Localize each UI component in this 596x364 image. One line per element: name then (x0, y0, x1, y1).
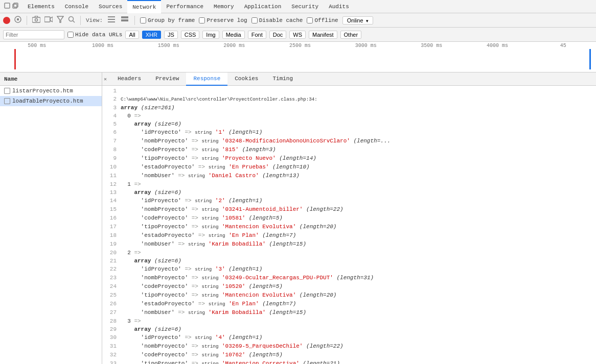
line-number: 24 (102, 282, 121, 290)
tab-sources[interactable]: Sources (94, 0, 127, 13)
line-number: 16 (102, 214, 121, 222)
line-number: 23 (102, 274, 121, 282)
filter-bar: Hide data URLs All XHR JS CSS Img Media … (0, 28, 596, 42)
filter-all[interactable]: All (125, 31, 139, 39)
view-list-icon[interactable] (107, 16, 116, 25)
svg-rect-12 (108, 16, 115, 17)
separator-3 (134, 16, 135, 25)
filter-icon[interactable] (57, 16, 64, 25)
tab-headers[interactable]: Headers (110, 72, 148, 86)
file-list: Name listarProyecto.htm loadTableProyect… (0, 72, 102, 364)
line-number: 12 (102, 180, 121, 188)
line-content: 0 => (121, 112, 596, 120)
view-large-icon[interactable] (120, 16, 129, 25)
table-row: 15 'nombProyecto' => string '03241-Aumen… (102, 205, 596, 214)
tab-performance[interactable]: Performance (161, 0, 209, 13)
table-row: 16 'codeProyecto' => string '10581' (len… (102, 214, 596, 223)
tab-console[interactable]: Console (60, 0, 94, 13)
preserve-log-checkbox[interactable] (199, 17, 205, 23)
line-number: 13 (102, 188, 121, 197)
svg-rect-13 (108, 19, 115, 20)
filter-js[interactable]: JS (164, 31, 178, 39)
tl-label-0: 500 ms (4, 43, 70, 48)
filter-input[interactable] (3, 30, 64, 39)
tab-application[interactable]: Application (239, 0, 287, 13)
svg-rect-5 (32, 17, 40, 22)
table-row: 11 'nombUser' => string 'Daniel Castro' … (102, 172, 596, 180)
line-number: 11 (102, 172, 121, 180)
line-content: 'nombUser' => string 'Karim Bobadilla' (… (121, 308, 596, 317)
table-row: 9 'tipoProyecto' => string 'Proyecto Nue… (102, 154, 596, 163)
table-row: 12 1 => (102, 180, 596, 188)
offline-label[interactable]: Offline (307, 17, 338, 23)
line-number: 20 (102, 249, 121, 257)
tab-elements[interactable]: Elements (22, 0, 60, 13)
group-by-frame-checkbox[interactable] (140, 17, 146, 23)
table-row: 7 'nombProyecto' => string '03248-Modifi… (102, 137, 596, 145)
line-content: 'codeProyecto' => string '10581' (length… (121, 214, 596, 223)
filter-ws[interactable]: WS (289, 31, 306, 39)
tab-preview[interactable]: Preview (148, 72, 186, 86)
tab-memory[interactable]: Memory (209, 0, 239, 13)
filter-css[interactable]: CSS (181, 31, 200, 39)
hide-data-urls-label[interactable]: Hide data URLs (67, 32, 122, 38)
tab-network[interactable]: Network (127, 0, 161, 13)
line-content: 'codeProyecto' => string '10520' (length… (121, 282, 596, 291)
file-icon-1 (4, 98, 10, 104)
svg-rect-2 (14, 3, 18, 7)
line-content: 'codeProyecto' => string '815' (length=3… (121, 145, 596, 154)
svg-point-10 (69, 17, 74, 21)
line-number: 22 (102, 265, 121, 273)
tl-label-3: 2000 ms (201, 43, 267, 48)
disable-cache-checkbox[interactable] (251, 17, 258, 23)
tab-audits[interactable]: Audits (324, 0, 354, 13)
filter-media[interactable]: Media (222, 31, 245, 39)
window-icon-1 (4, 3, 10, 10)
sub-tabs: ✕ Headers Preview Response Cookies Timin… (102, 72, 596, 86)
line-content: 'tipoProyecto' => string 'Mantencion Evo… (121, 223, 596, 231)
line-content: C:\wamp64\www\Niu_Panel\src\controller\P… (121, 95, 596, 104)
filter-font[interactable]: Font (248, 31, 266, 39)
line-content: 'nombUser' => string 'Daniel Castro' (le… (121, 172, 596, 180)
svg-point-6 (35, 19, 38, 21)
search-icon[interactable] (68, 16, 75, 25)
svg-rect-1 (13, 4, 17, 8)
line-content: 'nombUser' => string 'Karim Bobadilla' (… (121, 240, 596, 249)
file-item-1[interactable]: loadTableProyecto.htm (0, 96, 102, 106)
group-by-frame-label[interactable]: Group by frame (140, 17, 195, 23)
online-dropdown[interactable]: Online ▾ (342, 16, 373, 25)
filter-doc[interactable]: Doc (269, 31, 287, 39)
tab-timing[interactable]: Timing (265, 72, 300, 86)
video-icon[interactable] (44, 16, 53, 24)
preserve-log-label[interactable]: Preserve log (199, 17, 247, 23)
file-item-0[interactable]: listarProyecto.htm (0, 86, 102, 96)
stop-button[interactable] (14, 16, 21, 25)
tab-cookies[interactable]: Cookies (227, 72, 265, 86)
line-number: 2 (102, 95, 121, 103)
line-number: 28 (102, 317, 121, 325)
table-row: 29 array (size=6) (102, 325, 596, 333)
line-number: 29 (102, 325, 121, 333)
table-row: 28 3 => (102, 317, 596, 325)
tab-security[interactable]: Security (286, 0, 324, 13)
filter-xhr[interactable]: XHR (142, 31, 161, 39)
hide-data-urls-checkbox[interactable] (67, 32, 74, 38)
camera-icon[interactable] (32, 16, 40, 25)
tab-response[interactable]: Response (186, 72, 227, 86)
filter-other[interactable]: Other (340, 31, 362, 39)
line-number: 32 (102, 351, 121, 359)
file-icon-0 (4, 88, 10, 94)
disable-cache-label[interactable]: Disable cache (251, 17, 303, 23)
table-row: 32 'codeProyecto' => string '10762' (len… (102, 351, 596, 359)
record-button[interactable] (3, 17, 10, 24)
filter-manifest[interactable]: Manifest (309, 31, 337, 39)
timeline-bar: 500 ms 1000 ms 1500 ms 2000 ms 2500 ms 3… (0, 42, 596, 72)
offline-checkbox[interactable] (307, 17, 313, 23)
filter-img[interactable]: Img (202, 31, 219, 39)
line-content: 'idProyecto' => string '3' (length=1) (121, 265, 596, 274)
svg-rect-0 (5, 3, 10, 8)
line-number: 18 (102, 231, 121, 239)
close-icon[interactable]: ✕ (102, 76, 108, 82)
network-toolbar: View: Group by frame Preserve log Disabl… (0, 13, 596, 28)
dropdown-arrow-icon: ▾ (366, 18, 369, 23)
